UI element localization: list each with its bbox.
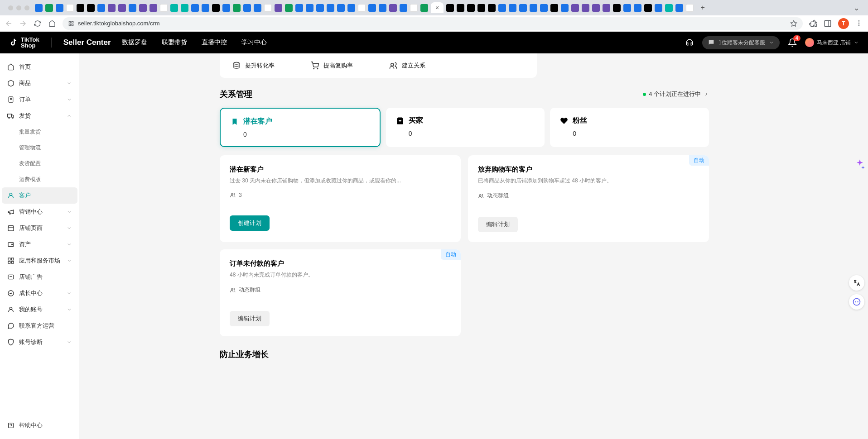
extensions-icon[interactable] bbox=[809, 19, 817, 28]
site-settings-icon[interactable] bbox=[68, 20, 74, 27]
forward-button[interactable] bbox=[19, 19, 27, 28]
bookmark-star-icon[interactable] bbox=[790, 20, 797, 27]
tab-favicon[interactable] bbox=[550, 4, 558, 12]
tab-favicon[interactable] bbox=[623, 4, 631, 12]
tab-favicon[interactable] bbox=[170, 4, 178, 12]
tab-buyers[interactable]: 买家 0 bbox=[386, 108, 545, 147]
profile-avatar[interactable]: T bbox=[838, 18, 849, 29]
menu-icon[interactable] bbox=[855, 19, 863, 28]
tab-favicon[interactable] bbox=[254, 4, 261, 12]
float-sparkle[interactable] bbox=[854, 158, 866, 171]
tab-fans[interactable]: 粉丝 0 bbox=[550, 108, 709, 147]
tab-favicon[interactable] bbox=[97, 4, 105, 12]
customer-service-pill[interactable]: 1位顾客未分配客服 bbox=[702, 36, 780, 49]
logo[interactable]: TikTok Shop bbox=[9, 37, 39, 48]
sidebar-item-contact[interactable]: 联系官方运营 bbox=[2, 318, 77, 334]
tab-favicon[interactable] bbox=[644, 4, 652, 12]
tab-favicon[interactable] bbox=[571, 4, 579, 12]
notifications[interactable]: 4 bbox=[788, 38, 797, 47]
tab-favicon[interactable] bbox=[35, 4, 43, 12]
tab-favicon[interactable] bbox=[561, 4, 569, 12]
tab-favicon[interactable] bbox=[243, 4, 251, 12]
new-tab-button[interactable]: + bbox=[698, 3, 707, 12]
sidebar-item-growth[interactable]: 成长中心 bbox=[2, 285, 77, 301]
sidebar-sub-freight-template[interactable]: 运费模版 bbox=[2, 172, 77, 187]
sidebar-item-account[interactable]: 我的账号 bbox=[2, 301, 77, 318]
tab-favicon[interactable] bbox=[420, 4, 428, 12]
headset-icon[interactable] bbox=[685, 38, 694, 47]
url-input[interactable]: seller.tiktokglobalshop.com/crm bbox=[63, 17, 803, 30]
sidebar-sub-bulk-ship[interactable]: 批量发货 bbox=[2, 124, 77, 140]
tab-favicon[interactable] bbox=[675, 4, 683, 12]
tab-favicon[interactable] bbox=[603, 4, 610, 12]
tab-favicon[interactable] bbox=[613, 4, 621, 12]
tab-favicon[interactable] bbox=[540, 4, 548, 12]
tab-favicon[interactable] bbox=[665, 4, 673, 12]
tab-favicon[interactable] bbox=[655, 4, 662, 12]
plans-status-link[interactable]: 4 个计划正在进行中 bbox=[643, 90, 709, 98]
sidebar-item-shipping[interactable]: 发货 bbox=[2, 108, 77, 124]
tab-favicon[interactable] bbox=[327, 4, 334, 12]
back-button[interactable] bbox=[5, 19, 13, 28]
tab-favicon[interactable] bbox=[488, 4, 496, 12]
tab-favicon[interactable] bbox=[634, 4, 641, 12]
tab-favicon[interactable] bbox=[410, 4, 418, 12]
tab-favicon[interactable] bbox=[446, 4, 454, 12]
sidebar-item-ads[interactable]: 店铺广告 bbox=[2, 269, 77, 285]
sidebar-item-home[interactable]: 首页 bbox=[2, 59, 77, 75]
sidebar-sub-ship-config[interactable]: 发货配置 bbox=[2, 156, 77, 172]
nav-live[interactable]: 直播中控 bbox=[202, 38, 227, 47]
edit-plan-button[interactable]: 编辑计划 bbox=[230, 311, 270, 326]
sidebar-item-customers[interactable]: 客户 bbox=[2, 187, 77, 204]
tab-favicon[interactable] bbox=[295, 4, 303, 12]
tab-favicon[interactable] bbox=[264, 4, 272, 12]
tab-favicon[interactable] bbox=[337, 4, 345, 12]
tab-favicon[interactable] bbox=[509, 4, 516, 12]
tab-favicon[interactable] bbox=[56, 4, 63, 12]
traffic-lights[interactable] bbox=[4, 5, 34, 10]
tab-favicon[interactable] bbox=[316, 4, 324, 12]
sidebar-item-orders[interactable]: 订单 bbox=[2, 91, 77, 108]
tab-favicon[interactable] bbox=[108, 4, 116, 12]
tab-favicon[interactable] bbox=[181, 4, 188, 12]
nav-data-compass[interactable]: 数据罗盘 bbox=[122, 38, 147, 47]
tab-favicon[interactable] bbox=[389, 4, 397, 12]
tab-favicon[interactable] bbox=[379, 4, 386, 12]
tab-favicon[interactable] bbox=[202, 4, 209, 12]
tab-favicon[interactable] bbox=[477, 4, 485, 12]
tab-favicon[interactable] bbox=[222, 4, 230, 12]
sidebar-item-diagnosis[interactable]: 账号诊断 bbox=[2, 334, 77, 350]
tab-favicon[interactable] bbox=[457, 4, 464, 12]
seller-center-title[interactable]: Seller Center bbox=[63, 38, 111, 47]
tab-favicon[interactable] bbox=[368, 4, 376, 12]
sidebar-item-marketing[interactable]: 营销中心 bbox=[2, 204, 77, 220]
tab-favicon[interactable] bbox=[467, 4, 475, 12]
tab-favicon[interactable] bbox=[191, 4, 199, 12]
sidebar-item-assets[interactable]: 资产 bbox=[2, 236, 77, 253]
tab-favicon[interactable] bbox=[129, 4, 136, 12]
tab-favicon[interactable] bbox=[275, 4, 282, 12]
tab-favicon[interactable] bbox=[592, 4, 600, 12]
tab-favicon[interactable] bbox=[400, 4, 407, 12]
tab-favicon[interactable] bbox=[149, 4, 157, 12]
float-assistant[interactable] bbox=[849, 294, 864, 310]
tab-favicon[interactable] bbox=[87, 4, 95, 12]
tab-favicon[interactable] bbox=[347, 4, 355, 12]
tab-favicon[interactable] bbox=[498, 4, 506, 12]
tab-favicon[interactable] bbox=[66, 4, 74, 12]
float-translate[interactable] bbox=[849, 275, 864, 291]
tab-favicon[interactable] bbox=[306, 4, 313, 12]
edit-plan-button[interactable]: 编辑计划 bbox=[478, 217, 518, 232]
create-plan-button[interactable]: 创建计划 bbox=[230, 215, 270, 231]
tab-favicon[interactable] bbox=[285, 4, 293, 12]
nav-learning[interactable]: 学习中心 bbox=[241, 38, 267, 47]
active-tab[interactable]: × bbox=[431, 2, 444, 13]
home-button[interactable] bbox=[48, 19, 56, 28]
tab-favicon[interactable] bbox=[139, 4, 147, 12]
sidebar-item-products[interactable]: 商品 bbox=[2, 75, 77, 91]
tab-favicon[interactable] bbox=[160, 4, 168, 12]
tab-favicon[interactable] bbox=[519, 4, 527, 12]
tab-favicon[interactable] bbox=[358, 4, 366, 12]
tab-favicon[interactable] bbox=[212, 4, 220, 12]
tab-favicon[interactable] bbox=[582, 4, 589, 12]
